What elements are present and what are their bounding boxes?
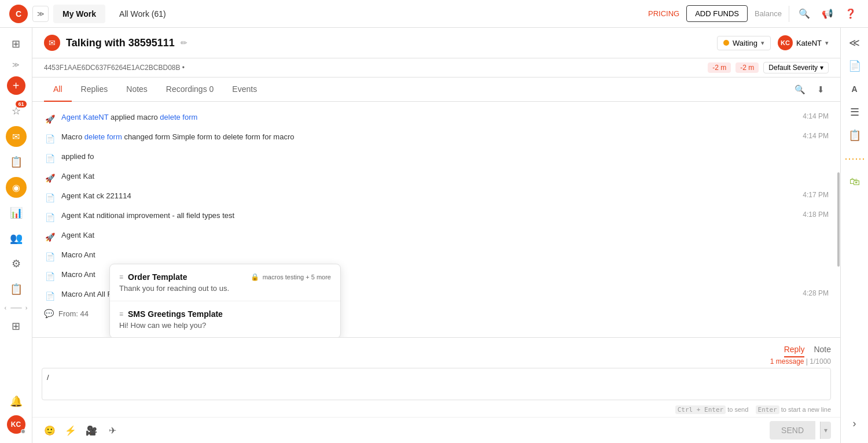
doc-icon: 📄 — [44, 133, 56, 145]
doc-icon: 📄 — [44, 271, 56, 282]
reply-tab-reply[interactable]: Reply — [784, 342, 805, 357]
reply-tabs: Reply Note — [32, 338, 840, 357]
sidebar-item-grid[interactable]: ⊞ — [5, 32, 28, 56]
download-icon[interactable]: ⬇ — [812, 82, 829, 98]
shopify-icon: 🛍 — [849, 176, 860, 188]
severity-badge[interactable]: Default Severity ▾ — [763, 62, 829, 73]
edit-icon[interactable]: ✏ — [181, 38, 187, 47]
lightning-icon[interactable]: ⚡ — [62, 422, 79, 438]
macro-link[interactable]: delete form — [84, 132, 122, 141]
search-icon[interactable]: 🔍 — [796, 6, 812, 22]
sidebar-item-orange[interactable]: ◉ — [5, 176, 28, 199]
activity-item: 📄 Macro Ant — [44, 246, 829, 266]
tab-my-work[interactable]: My Work — [53, 5, 105, 23]
search-tab-icon[interactable]: 🔍 — [792, 82, 808, 98]
sidebar-collapse-left[interactable]: ‹ — [5, 304, 7, 311]
rocket-icon: 🚀 — [44, 113, 56, 125]
attachment-icon[interactable]: ✈ — [104, 422, 120, 438]
notification-icon[interactable]: 📢 — [819, 6, 836, 22]
sidebar-item-notifications[interactable]: ☆ 61 — [5, 99, 28, 123]
help-icon[interactable]: ❓ — [843, 6, 859, 22]
sidebar-bottom: 🔔 KC — [5, 390, 28, 438]
emoji-icon[interactable]: 🙂 — [42, 422, 58, 438]
enter-hint: Enter — [756, 405, 779, 414]
sidebar-collapse-right[interactable]: › — [25, 304, 28, 311]
sidebar-item-yellow[interactable]: ✉ — [5, 125, 28, 148]
sidebar-item-users[interactable]: 👥 — [5, 227, 28, 250]
document-icon: 📋 — [10, 156, 23, 168]
activity-time: 4:17 PM — [803, 191, 829, 199]
reply-editor[interactable]: / — [42, 368, 831, 400]
tab-events[interactable]: Events — [223, 77, 266, 102]
user-avatar[interactable]: KC — [7, 415, 25, 434]
sidebar-add-btn[interactable]: + — [5, 74, 28, 97]
right-sidebar-text-btn[interactable]: A — [844, 79, 865, 99]
agent-link[interactable]: Agent KateNT — [61, 113, 108, 121]
doc-icon: 📄 — [44, 192, 56, 204]
right-sidebar-shopify-btn[interactable]: 🛍 — [844, 171, 865, 192]
tab-recordings[interactable]: Recordings 0 — [157, 77, 223, 102]
left-sidebar: ⊞ ≫ + ☆ 61 ✉ 📋 ◉ 📊 👥 ⚙ 📋 — [0, 28, 32, 443]
activity-item: 📄 Agent Kat nditional improvement - all … — [44, 207, 829, 227]
add-funds-button[interactable]: ADD FUNDS — [686, 5, 748, 22]
macro-link[interactable]: delete form — [160, 113, 197, 121]
sidebar-item-chart[interactable]: 📊 — [5, 201, 28, 224]
reply-tab-note[interactable]: Note — [814, 342, 831, 357]
template-preview: Thank you for reaching out to us. — [119, 284, 331, 293]
activity-text: applied fo — [61, 152, 829, 162]
activity-text: Agent Kat ck 221114 — [61, 191, 797, 201]
tab-all-work[interactable]: All Work (61) — [110, 5, 175, 23]
right-sidebar-clipboard-btn[interactable]: 📋 — [844, 125, 865, 146]
timer-second: -2 m — [735, 62, 759, 73]
video-icon[interactable]: 🎥 — [83, 422, 100, 438]
sidebar-item-doc[interactable]: 📋 — [5, 150, 28, 173]
conversation-tabs: All Replies Notes Recordings 0 Events 🔍 … — [32, 77, 840, 102]
collapse-icon: ≪ — [849, 36, 860, 49]
message-icon: 💬 — [44, 309, 54, 318]
scrollbar-thumb[interactable] — [837, 172, 840, 267]
template-item-order[interactable]: ≡ Order Template 🔒 macros testing + 5 mo… — [110, 264, 340, 301]
reply-area: Reply Note 1 message | 1/1000 / Ctrl + E… — [32, 337, 840, 443]
right-sidebar-list-btn[interactable]: ☰ — [844, 102, 865, 123]
activity-time: 4:14 PM — [803, 132, 829, 140]
activity-item: 🚀 Agent Kat — [44, 168, 829, 187]
ctrl-enter-hint: Ctrl + Enter — [675, 405, 726, 414]
sidebar-item-bell[interactable]: 🔔 — [5, 390, 28, 413]
rocket-icon: 🚀 — [44, 172, 56, 184]
status-waiting-btn[interactable]: Waiting ▾ — [717, 36, 771, 50]
agent-chevron-icon: ▾ — [825, 39, 829, 47]
tab-actions: 🔍 ⬇ — [792, 82, 829, 98]
pricing-link[interactable]: PRICING — [648, 9, 679, 18]
from-text: From: 44 — [58, 309, 89, 318]
document-icon: 📄 — [848, 60, 861, 72]
template-name: SMS Greetings Template — [128, 309, 223, 319]
reply-hint: Ctrl + Enter to send Enter to start a ne… — [32, 405, 840, 417]
agent-badge[interactable]: KC KateNT ▾ — [778, 35, 829, 50]
tab-notes[interactable]: Notes — [117, 77, 157, 102]
activity-time: 4:14 PM — [803, 112, 829, 120]
tab-replies[interactable]: Replies — [72, 77, 117, 102]
sidebar-expand-btn[interactable]: ≫ — [5, 58, 28, 72]
text-format-icon: A — [851, 84, 857, 94]
nav-collapse-btn[interactable]: ≫ — [32, 6, 49, 22]
right-sidebar-grid-btn[interactable]: ⋯⋯ — [844, 148, 865, 169]
sidebar-item-reports[interactable]: 📋 — [5, 278, 28, 301]
avatar-initials: KC — [7, 415, 25, 434]
conv-status-area: Waiting ▾ KC KateNT ▾ — [717, 35, 829, 50]
send-button[interactable]: SEND — [770, 421, 815, 440]
template-item-sms[interactable]: ≡ SMS Greetings Template Hi! How can we … — [110, 301, 340, 337]
template-header: ≡ SMS Greetings Template — [119, 309, 331, 319]
tab-all[interactable]: All — [44, 77, 72, 102]
send-dropdown-btn[interactable]: ▾ — [820, 422, 831, 439]
sidebar-item-apps[interactable]: ⊞ — [5, 315, 28, 338]
right-sidebar: ≪ 📄 A ☰ 📋 ⋯⋯ 🛍 › — [840, 28, 868, 443]
right-sidebar-arrow-btn[interactable]: › — [844, 413, 865, 434]
timer-row: -2 m -2 m Default Severity ▾ — [708, 62, 829, 73]
timer-first: -2 m — [708, 62, 731, 73]
sidebar-item-settings[interactable]: ⚙ — [5, 252, 28, 275]
activity-text: Agent KateNT applied macro delete form — [61, 112, 797, 123]
chevron-right-icon: ≫ — [12, 61, 20, 69]
right-sidebar-document-btn[interactable]: 📄 — [844, 56, 865, 76]
grid-dots-icon: ⋯⋯ — [844, 152, 865, 165]
right-sidebar-collapse-btn[interactable]: ≪ — [844, 32, 865, 53]
